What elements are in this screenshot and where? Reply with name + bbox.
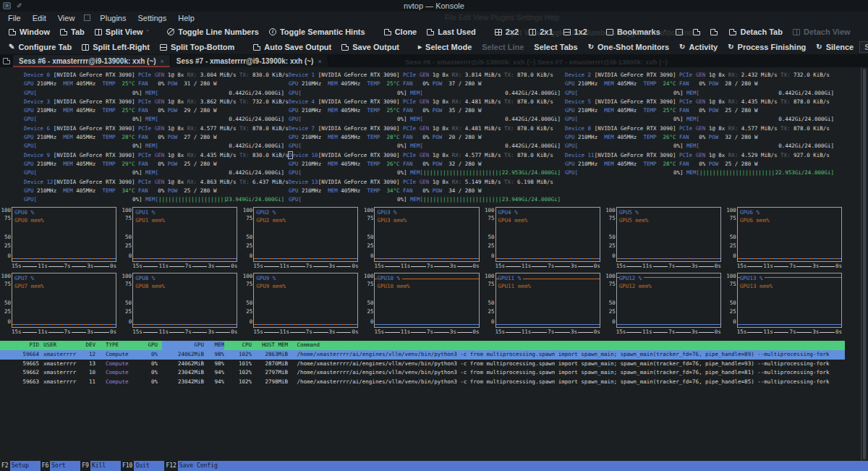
header-gpu[interactable]: GPU (139, 341, 158, 350)
header-command[interactable]: Command (294, 341, 845, 350)
tx-label: TX: (780, 72, 793, 78)
y-tick: 50 (609, 234, 616, 240)
tab-session-0[interactable]: Sess #6 - xmasterrrr@i9-13900k: xxh (~)× (13, 55, 171, 67)
one-shot-monitors-button[interactable]: ↻One-Shot Monitors (584, 41, 673, 53)
select-line-button[interactable]: Select Line (477, 41, 528, 53)
split-view-button[interactable]: Split Viewˇ (90, 26, 153, 38)
split-top-bottom-button[interactable]: Split Top-Bottom (156, 41, 239, 53)
fkey-action-save-config[interactable]: Save Config (178, 461, 868, 471)
detach-view-button[interactable]: Detach View (788, 26, 855, 38)
detach-tab-button[interactable]: Detach Tab (725, 26, 786, 38)
tab-close-icon[interactable]: × (318, 58, 321, 65)
pow-value: 35 / 280 W (448, 107, 481, 114)
fkey-f12[interactable]: F12 (164, 461, 177, 471)
graph-mem-legend: GPU8 mem% (135, 282, 165, 290)
layout-2x1-button[interactable]: 2x1 (524, 26, 557, 38)
mem-label: MEM (328, 80, 341, 87)
menu-view[interactable]: View (53, 13, 80, 23)
process-table-header[interactable]: PIDUSERDEVTYPEGPUGPUMEMCPUHOST MEM Comma… (0, 341, 845, 350)
x-axis-line (48, 332, 64, 333)
scrollbar-thumb[interactable] (863, 69, 866, 459)
save-output-button[interactable]: Save Output (337, 41, 404, 53)
menu-file[interactable]: File (3, 13, 26, 23)
header-pid[interactable]: PID (0, 341, 39, 350)
last-used-button[interactable]: Last Used (422, 26, 480, 38)
fkey-action-kill[interactable]: Kill (90, 461, 121, 471)
header-cpu[interactable]: CPU (224, 341, 252, 350)
menu-edit[interactable]: Edit (27, 13, 51, 23)
layout-2x2-button[interactable]: 2x2 (490, 26, 523, 38)
gpu-label: GPU (24, 187, 37, 194)
layout-1x2-button[interactable]: 1x2 (559, 26, 592, 38)
x-axis-line (143, 332, 158, 333)
tab-close-icon[interactable]: × (161, 58, 164, 65)
graph-gpu-legend: GPU8 % (135, 274, 157, 282)
header-host-mem[interactable]: HOST MEM (252, 341, 288, 350)
monitor-silence-button[interactable]: ↻Silence (812, 41, 858, 53)
fkey-action-sort[interactable]: Sort (50, 461, 80, 471)
fan-label: FAN (679, 80, 699, 87)
mem-utilization-line (375, 258, 478, 259)
menu-bookmarks-icon[interactable] (84, 14, 90, 21)
y-tick: 75 (488, 281, 495, 287)
rx-value: 4.863 MiB/s (200, 179, 239, 185)
header-user[interactable]: USER (43, 341, 81, 350)
process-gpu-mem-pct: 98% (204, 350, 224, 360)
tx-value: 878.0 KiB/s (517, 98, 553, 105)
fkey-f10[interactable]: F10 (121, 461, 134, 471)
add-bookmark-button[interactable] (671, 27, 687, 37)
header-type[interactable]: TYPE (106, 341, 139, 350)
tx-value: 732.0 KiB/s (793, 72, 830, 78)
process-row-59665[interactable]: 59665xmasterrrr13Compute0%24062MiB98%101… (0, 360, 845, 369)
fkey-f9[interactable]: F9 (80, 461, 90, 471)
device-name: Device 11 (565, 152, 595, 158)
mem-usage-bar: MEM[0.442Gi/24.000Gi] (145, 169, 284, 177)
menu-help[interactable]: Help (173, 13, 200, 23)
fkey-f6[interactable]: F6 (41, 461, 51, 471)
configure-tab-button[interactable]: ✎Configure Tab (4, 41, 76, 53)
monitor-process-finishing-button[interactable]: ↻Process Finishing (723, 41, 810, 53)
x-tick: 11s (158, 328, 169, 336)
tab-button[interactable]: Tab (56, 26, 89, 38)
device-title-line: Device 2 [NVIDIA GeForce RTX 3090] PCIe … (565, 71, 834, 80)
menu-settings[interactable]: Settings (132, 13, 171, 23)
process-type: Compute (106, 350, 139, 360)
process-type: Compute (106, 378, 139, 387)
tab-session-1[interactable]: Sess #7 - xmasterrrr@i9-13900k: xxh (~)× (171, 55, 328, 67)
split-left-right-button[interactable]: Split Left-Right (77, 41, 154, 53)
mem-bar-fill (158, 142, 229, 150)
monitor-activity-button[interactable]: ↻Activity (675, 41, 722, 53)
menu-plugins[interactable]: Plugins (95, 13, 131, 23)
header-gpu-mem-sorted[interactable]: GPUMEM (162, 341, 224, 350)
clone-button[interactable]: Clone (380, 26, 422, 38)
auto-save-output-button[interactable]: Auto Save Output (249, 41, 336, 53)
toggle-semantic-hints-button[interactable]: iToggle Semantic Hints (265, 26, 370, 38)
fan-label: FAN (138, 187, 158, 194)
send-signal-dropdown[interactable]: Send Signalˇ (859, 41, 868, 53)
bookmark-folder-add-button[interactable] (706, 27, 722, 37)
x-tick: 11s (158, 262, 169, 271)
process-row-59663[interactable]: 59663xmasterrrr11Compute0%23042MiB94%102… (0, 378, 845, 387)
process-row-59662[interactable]: 59662xmasterrrr10Compute0%23042MiB94%102… (0, 368, 845, 378)
x-tick: 3s (450, 262, 456, 271)
gpu-usage-bar: GPU[0%] (24, 195, 145, 204)
equal-size-all-views-button[interactable]: Equal Size All Views (865, 26, 868, 38)
new-tab-button[interactable] (0, 55, 13, 67)
bookmarks-button[interactable]: Bookmarksˇ (602, 26, 671, 38)
device-clock-line: GPU 210MHz MEM 405MHz TEMP 24°C FAN 0% P… (565, 80, 834, 88)
scrollbar[interactable] (861, 67, 867, 461)
bookmark-folder-button[interactable] (689, 27, 705, 37)
window-button[interactable]: Window (4, 26, 54, 38)
process-row-59664[interactable]: 59664xmasterrrr12Compute0%24062MiB98%102… (0, 350, 845, 360)
x-tick: 7s (185, 262, 192, 271)
select-tabs-button[interactable]: Select Tabs (529, 41, 582, 53)
last-used-icon (427, 29, 434, 35)
fkey-f2[interactable]: F2 (0, 461, 10, 471)
terminal-viewport[interactable]: Device 0 [NVIDIA GeForce RTX 3090] PCIe … (0, 67, 868, 461)
select-mode-button[interactable]: ▸Select Mode (414, 41, 476, 53)
device-block-0: Device 0 [NVIDIA GeForce RTX 3090] PCIe … (24, 71, 284, 98)
fkey-action-quit[interactable]: Quit (134, 461, 164, 471)
fkey-action-setup[interactable]: Setup (10, 461, 41, 471)
header-dev[interactable]: DEV (81, 341, 95, 350)
toggle-line-numbers-button[interactable]: Toggle Line Numbers (163, 26, 263, 38)
